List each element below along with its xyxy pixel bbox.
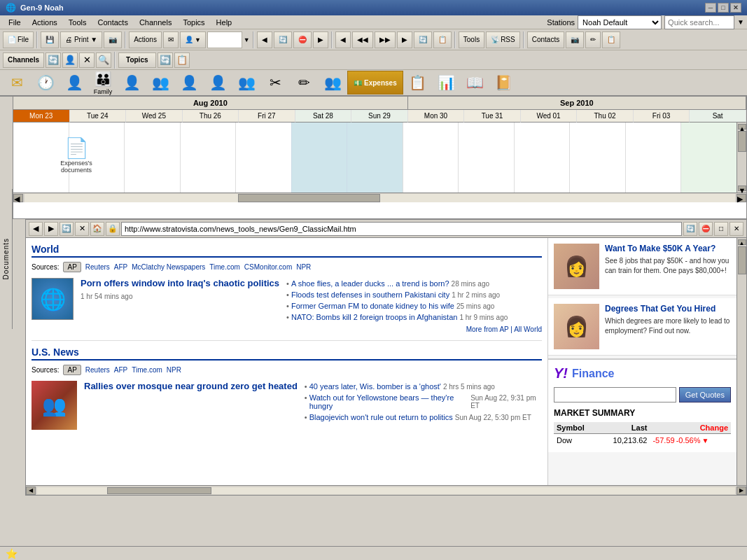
cal-body-sat28[interactable] xyxy=(292,122,348,192)
cal-body-wed01[interactable] xyxy=(515,122,571,192)
us-source-reuters[interactable]: Reuters xyxy=(85,366,110,374)
browser-refresh-btn[interactable]: 🔄 xyxy=(683,222,697,236)
contacts-tb-button[interactable]: 👤 ▼ xyxy=(180,31,206,48)
cal-body-mon30[interactable] xyxy=(403,122,459,192)
channels-button[interactable]: Channels xyxy=(3,52,44,68)
contacts-icon-btn3[interactable]: 📋 xyxy=(602,31,620,48)
source-afp[interactable]: AFP xyxy=(114,263,127,271)
scroll-down-btn[interactable]: ▼ xyxy=(738,186,746,191)
browser-maximize-btn[interactable]: □ xyxy=(714,222,728,236)
category-mail[interactable]: ✉ xyxy=(3,71,31,94)
cal-day-wed01[interactable]: Wed 01 xyxy=(521,110,578,122)
calendar-vscrollbar[interactable]: ▲ ▼ xyxy=(736,122,746,192)
close-button[interactable]: ✕ xyxy=(730,3,741,13)
cal-body-wed25[interactable] xyxy=(125,122,181,192)
hscroll-left[interactable]: ◀ xyxy=(13,194,23,202)
menu-tools[interactable]: Tools xyxy=(63,17,92,28)
cal-day-sun29[interactable]: Sun 29 xyxy=(351,110,408,122)
scroll-thumb[interactable] xyxy=(738,131,746,152)
cal-body-fri03[interactable] xyxy=(626,122,682,192)
cal-day-fri03[interactable]: Fri 03 xyxy=(634,110,690,122)
us-link-1[interactable]: 40 years later, Wis. bomber is a 'ghost'… xyxy=(305,381,542,392)
category-group[interactable]: 👥 xyxy=(319,71,347,94)
browser-stop-btn[interactable]: ⛔ xyxy=(699,222,713,236)
menu-help[interactable]: Help xyxy=(211,17,238,28)
color-picker-dropdown[interactable]: ▼ xyxy=(244,36,250,43)
topics-icon[interactable]: 🔄 xyxy=(158,52,173,68)
hscroll-right[interactable]: ▶ xyxy=(736,194,746,202)
quick-search-input[interactable] xyxy=(664,15,734,29)
category-scissors[interactable]: ✂ xyxy=(261,71,289,94)
world-link-1[interactable]: A shoe flies, a leader ducks ... a trend… xyxy=(286,278,542,289)
forward-nav-btn[interactable]: ▶ xyxy=(313,31,328,48)
world-more-link[interactable]: More from AP | All World xyxy=(466,326,542,333)
scroll-up-btn[interactable]: ▲ xyxy=(738,124,746,130)
us-source-npr[interactable]: NPR xyxy=(167,366,181,374)
cal-day-tue31[interactable]: Tue 31 xyxy=(464,110,521,122)
camera-button[interactable]: 📷 xyxy=(104,31,122,48)
category-c2[interactable]: 👥 xyxy=(146,71,174,94)
nav3[interactable]: ▶▶ xyxy=(375,31,396,48)
maximize-button[interactable]: □ xyxy=(718,3,729,13)
rss-tb-btn[interactable]: 📡 RSS xyxy=(486,31,520,48)
finance-symbol-input[interactable] xyxy=(554,387,676,402)
browser-refresh[interactable]: 🔄 xyxy=(60,222,74,236)
hscroll-thumb[interactable] xyxy=(238,194,380,202)
us-link-2[interactable]: Watch out for Yellowstone bears — they'r… xyxy=(305,392,542,412)
search-dropdown-icon[interactable]: ▼ xyxy=(737,18,744,26)
mail-tb-button[interactable]: ✉ xyxy=(163,31,179,48)
category-notebook[interactable]: 📔 xyxy=(490,71,518,94)
file-button[interactable]: 📄 File xyxy=(3,31,34,48)
cal-day-mon23[interactable]: Mon 23 xyxy=(13,110,70,122)
contacts-icon-btn[interactable]: 📷 xyxy=(566,31,584,48)
cal-day-wed25[interactable]: Wed 25 xyxy=(126,110,183,122)
world-link-3[interactable]: Former German FM to donate kidney to his… xyxy=(286,300,542,312)
bscroll-thumb[interactable] xyxy=(738,246,746,274)
expense-document[interactable]: 📄 Expenses's documents xyxy=(48,136,104,174)
url-bar[interactable] xyxy=(121,222,682,236)
browser-hscrollbar[interactable]: ◀ ▶ xyxy=(26,485,746,495)
channels-person-icon[interactable]: 👤 xyxy=(62,52,78,68)
browser-lock[interactable]: 🔒 xyxy=(106,222,120,236)
source-npr[interactable]: NPR xyxy=(296,263,311,271)
browser-back[interactable]: ◀ xyxy=(29,222,43,236)
nav4[interactable]: ▶ xyxy=(397,31,412,48)
bhscroll-thumb[interactable] xyxy=(107,487,212,494)
browser-vscrollbar[interactable]: ▲ xyxy=(736,238,746,485)
category-c4[interactable]: 👤 xyxy=(204,71,232,94)
stations-select[interactable]: Noah Default xyxy=(578,15,662,29)
cal-day-thu02[interactable]: Thu 02 xyxy=(577,110,634,122)
us-link-3[interactable]: Blagojevich won't rule out return to pol… xyxy=(305,412,542,423)
cal-body-thu26[interactable] xyxy=(181,122,237,192)
channels-close-icon[interactable]: ✕ xyxy=(79,52,95,68)
bhscroll-track[interactable] xyxy=(37,487,735,494)
tools-tb-btn[interactable]: Tools xyxy=(459,31,484,48)
category-book[interactable]: 📖 xyxy=(461,71,489,94)
menu-contacts[interactable]: Contacts xyxy=(92,17,134,28)
category-chart[interactable]: 📊 xyxy=(433,71,461,94)
world-article-title[interactable]: Porn offers window into Iraq's chaotic p… xyxy=(81,278,279,290)
hscroll-track[interactable] xyxy=(25,194,735,202)
ad2-title[interactable]: Degrees That Get You Hired xyxy=(605,304,731,314)
category-clock[interactable]: 🕐 xyxy=(32,71,60,94)
category-person[interactable]: 👤 xyxy=(60,71,88,94)
source-time[interactable]: Time.com xyxy=(209,263,240,271)
source-reuters[interactable]: Reuters xyxy=(85,263,110,271)
print-button[interactable]: 🖨 Print ▼ xyxy=(60,31,102,48)
cal-day-sat[interactable]: Sat xyxy=(690,110,746,122)
cal-day-sat28[interactable]: Sat 28 xyxy=(295,110,352,122)
refresh-btn[interactable]: 🔄 xyxy=(274,31,292,48)
cal-body-fri27[interactable] xyxy=(236,122,292,192)
category-expenses[interactable]: 💵 Expenses xyxy=(347,71,403,94)
browser-home[interactable]: 🏠 xyxy=(90,222,104,236)
topics-button[interactable]: Topics xyxy=(118,52,155,68)
browser-close-btn[interactable]: ✕ xyxy=(729,222,743,236)
contacts-tb-btn2[interactable]: Contacts xyxy=(527,31,564,48)
category-c3[interactable]: 👤 xyxy=(175,71,203,94)
category-c1[interactable]: 👤 xyxy=(118,71,146,94)
channels-search-icon[interactable]: 🔍 xyxy=(96,52,111,68)
cal-hscrollbar[interactable]: ◀ ▶ xyxy=(13,192,746,202)
menu-topics[interactable]: Topics xyxy=(177,17,210,28)
nav5[interactable]: 🔄 xyxy=(414,31,432,48)
us-source-time[interactable]: Time.com xyxy=(132,366,162,374)
